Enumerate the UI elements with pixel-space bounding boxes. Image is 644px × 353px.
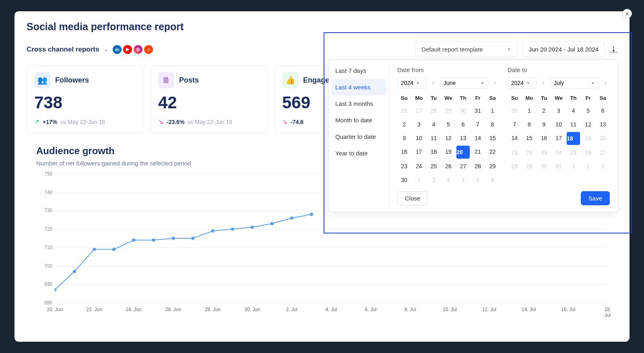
calendar-day[interactable]: 8 <box>485 118 500 131</box>
calendar-day[interactable]: 3 <box>552 104 566 117</box>
calendar-day[interactable]: 21 <box>471 145 485 159</box>
calendar-day[interactable]: 27 <box>596 146 610 159</box>
calendar-day[interactable]: 13 <box>456 132 470 145</box>
chevron-down-icon[interactable]: ⌄ <box>104 47 108 52</box>
preset-option[interactable]: Last 7 days <box>329 62 389 79</box>
next-month-from[interactable]: › <box>491 80 500 86</box>
calendar-day[interactable]: 18 <box>427 145 441 159</box>
calendar-day[interactable]: 27 <box>412 104 426 117</box>
calendar-day[interactable]: 3 <box>596 160 610 173</box>
preset-option[interactable]: Month to date <box>329 112 389 128</box>
calendar-day[interactable]: 17 <box>412 145 426 159</box>
calendar-day[interactable]: 21 <box>508 146 522 159</box>
calendar-day[interactable]: 23 <box>397 160 411 173</box>
calendar-day[interactable]: 17 <box>552 132 566 145</box>
preset-option[interactable]: Last 4 weeks <box>331 79 386 95</box>
calendar-day[interactable]: 4 <box>427 118 441 131</box>
calendar-day[interactable]: 30 <box>456 104 470 117</box>
calendar-day[interactable]: 5 <box>471 173 485 186</box>
calendar-day[interactable]: 31 <box>471 104 485 117</box>
calendar-day[interactable]: 6 <box>596 104 610 117</box>
download-icon[interactable]: ⭳ <box>610 45 617 54</box>
preset-option[interactable]: Last 3 months <box>329 95 389 112</box>
calendar-day[interactable]: 24 <box>552 146 566 159</box>
calendar-day[interactable]: 11 <box>427 132 441 145</box>
calendar-day[interactable]: 1 <box>412 173 426 186</box>
calendar-day[interactable]: 28 <box>427 104 441 117</box>
calendar-day[interactable]: 9 <box>537 118 551 131</box>
calendar-day[interactable]: 11 <box>566 118 580 131</box>
calendar-day[interactable]: 26 <box>442 160 456 173</box>
calendar-day[interactable]: 3 <box>412 118 426 131</box>
calendar-day[interactable]: 14 <box>471 132 485 145</box>
calendar-day[interactable]: 1 <box>485 104 500 117</box>
calendar-day[interactable]: 13 <box>596 118 610 131</box>
calendar-day[interactable]: 25 <box>566 146 580 159</box>
calendar-day[interactable]: 16 <box>537 132 551 145</box>
calendar-day[interactable]: 1 <box>522 104 537 117</box>
calendar-day[interactable]: 8 <box>522 118 537 131</box>
prev-month-from[interactable]: ‹ <box>429 80 438 86</box>
calendar-day[interactable]: 23 <box>537 146 551 159</box>
calendar-day[interactable]: 31 <box>552 160 566 173</box>
calendar-day[interactable]: 9 <box>397 132 411 145</box>
calendar-day[interactable]: 15 <box>522 132 537 145</box>
calendar-day[interactable]: 29 <box>442 104 456 117</box>
calendar-day[interactable]: 14 <box>508 132 522 145</box>
save-button[interactable]: Save <box>581 191 610 205</box>
calendar-day[interactable]: 2 <box>581 160 595 173</box>
calendar-day[interactable]: 27 <box>456 160 470 173</box>
calendar-day[interactable]: 22 <box>522 146 537 159</box>
calendar-day[interactable]: 22 <box>485 145 500 159</box>
month-select-from[interactable]: June▼ <box>440 77 488 89</box>
calendar-day[interactable]: 26 <box>581 146 595 159</box>
calendar-day[interactable]: 30 <box>397 173 411 186</box>
calendar-day[interactable]: 2 <box>537 104 551 117</box>
calendar-day[interactable]: 30 <box>537 160 551 173</box>
calendar-day[interactable]: 16 <box>397 145 411 159</box>
calendar-day[interactable]: 24 <box>412 160 426 173</box>
calendar-day[interactable]: 30 <box>508 104 522 117</box>
preset-option[interactable]: Quarter to date <box>329 128 389 145</box>
prev-month-to[interactable]: ‹ <box>539 80 548 86</box>
calendar-day[interactable]: 25 <box>427 160 441 173</box>
calendar-day[interactable]: 5 <box>442 118 456 131</box>
calendar-day[interactable]: 15 <box>485 132 500 145</box>
arrow-down-icon: ↘ <box>282 118 287 126</box>
calendar-day[interactable]: 2 <box>427 173 441 186</box>
calendar-day[interactable]: 4 <box>456 173 470 186</box>
year-select-to[interactable]: 2024▼ <box>508 77 537 89</box>
linkedin-icon: in <box>113 45 122 54</box>
calendar-day[interactable]: 19 <box>442 145 456 159</box>
template-select[interactable]: Default report template ▼ <box>415 41 517 57</box>
calendar-day[interactable]: 20 <box>456 145 470 159</box>
calendar-day[interactable]: 6 <box>456 118 470 131</box>
calendar-day[interactable]: 19 <box>581 132 595 145</box>
year-select-from[interactable]: 2024▼ <box>397 77 426 89</box>
month-select-to[interactable]: July▼ <box>550 77 599 89</box>
calendar-day[interactable]: 3 <box>442 173 456 186</box>
preset-option[interactable]: Year to date <box>329 145 389 161</box>
calendar-day[interactable]: 29 <box>485 160 500 173</box>
calendar-day[interactable]: 10 <box>412 132 426 145</box>
calendar-day[interactable]: 1 <box>566 160 580 173</box>
close-button[interactable]: Close <box>397 191 428 205</box>
calendar-day[interactable]: 28 <box>508 160 522 173</box>
calendar-day[interactable]: 26 <box>397 104 411 117</box>
calendar-day[interactable]: 10 <box>552 118 566 131</box>
calendar-day[interactable]: 4 <box>566 104 580 117</box>
calendar-day[interactable]: 12 <box>442 132 456 145</box>
date-range-button[interactable]: Jun 20 2024 - Jul 18 2024 <box>523 41 605 57</box>
calendar-day[interactable]: 12 <box>581 118 595 131</box>
next-month-to[interactable]: › <box>601 80 610 86</box>
calendar-day[interactable]: 6 <box>485 173 500 186</box>
calendar-day[interactable]: 2 <box>397 118 411 131</box>
calendar-day[interactable]: 29 <box>522 160 537 173</box>
close-modal-button[interactable]: ✕ <box>622 9 632 19</box>
calendar-day[interactable]: 20 <box>596 132 610 145</box>
calendar-day[interactable]: 18 <box>566 132 580 145</box>
calendar-day[interactable]: 5 <box>581 104 595 117</box>
calendar-day[interactable]: 7 <box>471 118 485 131</box>
calendar-day[interactable]: 7 <box>508 118 522 131</box>
calendar-day[interactable]: 28 <box>471 160 485 173</box>
